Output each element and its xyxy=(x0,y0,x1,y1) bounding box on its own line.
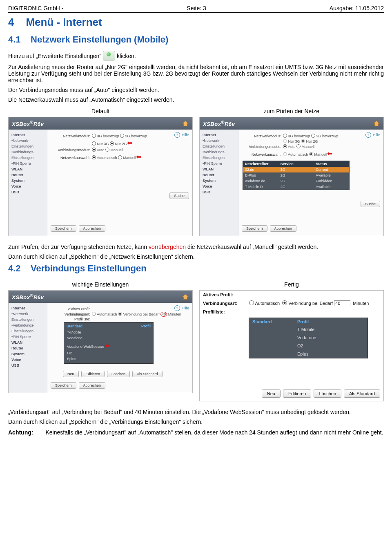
warning-text: Keinesfalls die „Verbindungsart" auf „Au… xyxy=(45,429,384,436)
radio[interactable] xyxy=(282,300,287,305)
save-button[interactable]: Speichern xyxy=(51,382,76,389)
edit-button[interactable]: Editieren xyxy=(283,390,311,398)
help-link[interactable]: ?Hilfe xyxy=(174,305,189,311)
screenshot-row-1: Default XSBox®R6v Internet •Netzwerk-Ein… xyxy=(8,106,384,236)
advanced-settings-icon xyxy=(103,51,115,60)
search-button[interactable]: Suche xyxy=(169,193,189,199)
table-row[interactable]: E-Plus2GAvailable xyxy=(243,172,349,178)
edit-button[interactable]: Editieren xyxy=(81,371,105,377)
form-area: ?Hilfe Aktives Profil: Verbindungsart: A… xyxy=(47,303,192,393)
delete-button[interactable]: Löschen xyxy=(107,371,130,377)
new-button[interactable]: Neu xyxy=(63,371,79,377)
arrow-icon: ⬅ xyxy=(136,153,141,160)
cancel-button[interactable]: Abbrechen xyxy=(79,382,106,389)
cancel-button[interactable]: Abbrechen xyxy=(79,225,106,232)
profile-list: StandardProfil T-Mobile Vodafone O2 Eplu… xyxy=(249,318,368,358)
warning-label: Achtung: xyxy=(8,429,33,436)
text-highlight: vorrübergehen xyxy=(149,244,186,250)
sidebar: Internet •Netzwerk-Einstellungen •Verbin… xyxy=(9,303,47,393)
list-item[interactable]: T-Mobile xyxy=(249,325,368,334)
default-button[interactable]: Als Standard xyxy=(132,371,163,377)
arrow-icon: ⬅ xyxy=(327,150,332,157)
new-button[interactable]: Neu xyxy=(262,390,281,398)
caption-right: zum Pürfen der Netze xyxy=(199,108,384,114)
cancel-button[interactable]: Abbrechen xyxy=(270,225,297,232)
screenshot-conn-settings: XSBox®R6v Internet •Netzwerk-Einstellung… xyxy=(8,290,193,393)
sidebar: Internet •Netzwerk-Einstellungen •Verbin… xyxy=(200,130,238,236)
help-link[interactable]: ?Hilfe xyxy=(174,132,189,138)
home-icon xyxy=(182,293,189,300)
list-item[interactable]: O2 xyxy=(66,350,151,356)
highlight-circle: 40 xyxy=(160,312,167,317)
label: Aktives Profil: xyxy=(203,292,248,297)
table-row[interactable]: T-Mobile D2GAvailable xyxy=(243,184,349,190)
subsection-title: Netzwerk Einstellungen (Mobile) xyxy=(31,34,168,45)
form-area: ?Hilfe Netzwerkmodus: 3G bevorzugt 2G be… xyxy=(47,130,192,236)
screenshot-netcheck: XSBox®R6v Internet •Netzwerk-Einstellung… xyxy=(199,117,384,236)
arrow-icon: ⬅ xyxy=(127,139,132,146)
network-table: NetzbetreiberServiceStatus 02.de3GCurren… xyxy=(243,161,350,190)
help-icon: ? xyxy=(174,305,180,311)
help-icon: ? xyxy=(365,132,371,138)
radio[interactable] xyxy=(249,300,254,305)
default-button[interactable]: Als Standard xyxy=(344,390,380,398)
minutes-input[interactable] xyxy=(334,300,350,306)
list-item[interactable]: T-Mobile xyxy=(66,329,151,335)
save-button[interactable]: Speichern xyxy=(51,225,76,232)
caption-left: wichtige Einstellungen xyxy=(8,281,193,288)
screenshot-done: Aktives Profil: Verbindungsart: Automati… xyxy=(199,290,384,401)
paragraph: Dann durch Klicken auf „Speichern" die „… xyxy=(8,419,384,425)
subsection-heading: 4.2 Verbindungs Einstellungen xyxy=(8,263,384,274)
paragraph: Der Verbindungsmodus muss auf „Auto" ein… xyxy=(8,87,384,93)
sidebar: Internet •Netzwerk-Einstellungen •Verbin… xyxy=(9,130,47,236)
home-icon xyxy=(373,120,380,127)
paragraph: Zum Prüfen, der zur Verfügung stehenden … xyxy=(8,244,384,250)
home-icon xyxy=(182,120,189,127)
paragraph: Die Netzwerkauswahl muss auf „Automatisc… xyxy=(8,96,384,103)
label: Verbindungsart: xyxy=(203,301,248,306)
brand-logo: XSBox®R6v xyxy=(203,120,235,127)
arrow-icon: ⬅ xyxy=(105,342,110,349)
table-row[interactable]: vodafone.de2GForbidden xyxy=(243,178,349,184)
caption-left: Default xyxy=(8,108,193,114)
label: Profilliste: xyxy=(203,309,248,314)
warning-block: Achtung: Keinesfalls die „Verbindungsart… xyxy=(8,429,384,436)
form-area: ?Hilfe Netzwerkmodus: 3G bevorzugt 2G be… xyxy=(238,130,383,236)
page-header: DIGITRONIC GmbH - Seite: 3 Ausgabe: 11.0… xyxy=(8,5,384,13)
caption-right: Fertig xyxy=(199,281,384,288)
screenshot-row-2: wichtige Einstellungen XSBox®R6v Interne… xyxy=(8,280,384,401)
list-item[interactable]: Eplus xyxy=(66,356,151,362)
section-number: 4 xyxy=(8,16,14,28)
section-heading: 4 Menü - Internet xyxy=(8,16,384,29)
paragraph: Zur Auslieferung muss der Router auf „Nu… xyxy=(8,64,384,83)
paragraph: Hierzu auf „Erweiterte Einstellungen" kl… xyxy=(8,51,384,60)
subsection-title: Verbindungs Einstellungen xyxy=(31,263,147,273)
screenshot-default: XSBox®R6v Internet •Netzwerk-Einstellung… xyxy=(8,117,193,236)
profile-list: StandardProfil T-Mobile Vodafone Vodafon… xyxy=(64,322,154,364)
list-item[interactable]: Vodafone xyxy=(66,335,151,341)
subsection-number: 4.2 xyxy=(8,263,21,273)
list-item[interactable]: Vodafone xyxy=(249,334,368,342)
delete-button[interactable]: Löschen xyxy=(314,390,341,398)
paragraph: Dann durch Klicken auf „Speichern" die „… xyxy=(8,253,384,260)
paragraph: „Verbindungsart" auf „Verbindung bei Bed… xyxy=(8,409,384,415)
brand-logo: XSBox®R6v xyxy=(12,120,44,127)
header-left: DIGITRONIC GmbH - xyxy=(8,5,63,11)
save-button[interactable]: Speichern xyxy=(242,225,267,232)
header-center: Seite: 3 xyxy=(187,5,206,11)
list-item[interactable]: Eplus xyxy=(249,350,368,358)
text: Hierzu auf „Erweiterte Einstellungen" xyxy=(8,53,101,59)
subsection-heading: 4.1 Netzwerk Einstellungen (Mobile) xyxy=(8,34,384,45)
help-link[interactable]: ?Hilfe xyxy=(365,132,380,138)
help-icon: ? xyxy=(174,132,180,138)
section-title: Menü - Internet xyxy=(26,16,102,28)
text: klicken. xyxy=(117,53,136,59)
search-button[interactable]: Suche xyxy=(361,201,380,207)
list-item[interactable]: O2 xyxy=(249,342,368,350)
brand-logo: XSBox®R6v xyxy=(12,293,44,300)
header-right: Ausgabe: 11.05.2012 xyxy=(330,5,384,11)
subsection-number: 4.1 xyxy=(8,34,21,45)
table-row[interactable]: 02.de3GCurrent xyxy=(243,167,349,172)
list-item[interactable]: Vodafone WebSession ⬅ xyxy=(66,341,151,350)
